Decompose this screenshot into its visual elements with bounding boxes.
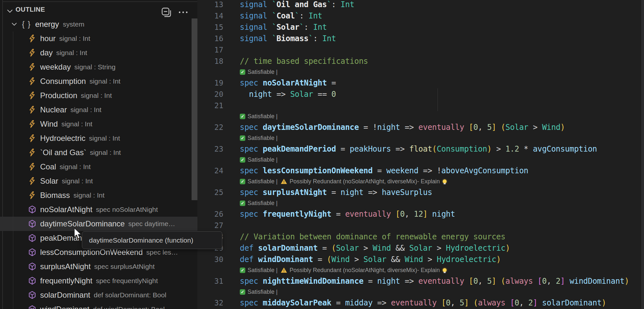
code-line-30[interactable]: 30def windDominant = (Wind > Solar && Wi… bbox=[197, 254, 644, 265]
outline-row-solarDominant[interactable]: solarDominantdef solarDominant: Bool bbox=[0, 288, 197, 302]
event-symbol-icon bbox=[28, 63, 36, 71]
editor-indent-guide bbox=[438, 88, 438, 111]
outline-row-surplusAtNight[interactable]: surplusAtNightspec surplusAtNight bbox=[0, 259, 197, 274]
satisfiable-label: Satisfiable | bbox=[248, 178, 278, 185]
codelens-row[interactable]: ✓Satisfiable |!Possibly Redundant (noSol… bbox=[240, 176, 644, 187]
outline-row-label: Solar bbox=[40, 177, 58, 186]
outline-row-label: hour bbox=[40, 34, 56, 43]
code-line-31[interactable]: 31spec nighttimeWindDominance = night =>… bbox=[197, 275, 644, 287]
outline-row-description: signal : Int bbox=[62, 177, 93, 185]
redundant-warning-label[interactable]: Possibly Redundant (noSolarAtNight, dive… bbox=[290, 178, 440, 185]
outline-row-description: system bbox=[63, 20, 84, 28]
code-line-18[interactable]: 18// time based specifications bbox=[197, 55, 644, 67]
codelens-row[interactable]: ✓Satisfiable | bbox=[240, 111, 644, 121]
outline-row-description: def solarDominant: Bool bbox=[94, 291, 166, 299]
outline-row-Production[interactable]: Productionsignal : Int bbox=[0, 88, 197, 103]
tooltip-text: daytimeSolarDominance (function) bbox=[89, 236, 193, 244]
line-number: 16 bbox=[197, 34, 223, 43]
spec-symbol-icon bbox=[28, 305, 36, 309]
spec-symbol-icon bbox=[28, 205, 36, 214]
collapse-all-icon[interactable] bbox=[161, 7, 172, 17]
outline-row-Nuclear[interactable]: Nuclearsignal : Int bbox=[0, 103, 197, 117]
outline-row-description: signal : Int bbox=[71, 106, 102, 114]
code-line-16[interactable]: 16signal `Biomass`: Int bbox=[197, 33, 644, 44]
code-line-28[interactable]: 28// Variation between dominance of rene… bbox=[197, 231, 644, 242]
code-line-15[interactable]: 15signal `Solar`: Int bbox=[197, 21, 644, 33]
codelens-row[interactable]: ✓Satisfiable | bbox=[240, 198, 644, 208]
code-line-20[interactable]: 20 night => Solar == 0 bbox=[197, 88, 644, 100]
outline-row-weekday[interactable]: weekdaysignal : String bbox=[0, 60, 197, 74]
outline-row-Wind[interactable]: Windsignal : Int bbox=[0, 117, 197, 131]
chevron-down-icon[interactable] bbox=[12, 21, 17, 27]
chevron-down-icon[interactable] bbox=[7, 8, 13, 14]
outline-row-description: spec noSolarAtNight bbox=[96, 206, 158, 213]
more-actions-icon[interactable] bbox=[177, 7, 189, 17]
outline-row-label: surplusAtNight bbox=[40, 262, 91, 271]
redundant-warning-label[interactable]: Possibly Redundant (noSolarAtNight, dive… bbox=[290, 267, 440, 274]
code-line-24[interactable]: 24spec lessConsumptionOnWeekend = weeken… bbox=[197, 165, 644, 176]
satisfiable-check-icon: ✓ bbox=[240, 157, 245, 163]
code-line-27[interactable]: 27 bbox=[197, 220, 644, 231]
event-symbol-icon bbox=[28, 106, 36, 114]
codelens-row[interactable]: ✓Satisfiable | bbox=[240, 287, 644, 297]
line-number: 32 bbox=[197, 299, 223, 307]
satisfiable-check-icon: ✓ bbox=[240, 69, 245, 75]
codelens-row[interactable]: ✓Satisfiable | bbox=[240, 133, 644, 143]
tree-indent-guide bbox=[13, 31, 13, 309]
outline-row-daytimeSolarDominance[interactable]: daytimeSolarDominancespec daytime… bbox=[0, 217, 197, 231]
outline-row-Coal[interactable]: Coalsignal : Int bbox=[0, 160, 197, 174]
outline-row-energy[interactable]: { } energy system bbox=[0, 17, 197, 31]
codelens-row[interactable]: ✓Satisfiable | bbox=[240, 154, 644, 165]
line-number: 13 bbox=[197, 0, 223, 9]
event-symbol-icon bbox=[28, 91, 36, 100]
outline-panel: OUTLINE { } energy sy bbox=[0, 0, 197, 309]
outline-row-Biomass[interactable]: Biomasssignal : Int bbox=[0, 188, 197, 202]
outline-tree: { } energy system hoursignal : Intdaysig… bbox=[0, 17, 197, 309]
code-text: // time based specifications bbox=[240, 57, 368, 66]
code-line-29[interactable]: 29def solarDominant = (Solar > Wind && S… bbox=[197, 242, 644, 254]
code-text: def solarDominant = (Solar > Wind && Sol… bbox=[240, 244, 510, 253]
outline-row-hour[interactable]: hoursignal : Int bbox=[0, 31, 197, 46]
outline-row-Solar[interactable]: Solarsignal : Int bbox=[0, 174, 197, 188]
satisfiable-label: Satisfiable | bbox=[248, 69, 278, 75]
outline-row-windDominant[interactable]: windDominantdef windDominant: Bool bbox=[0, 302, 197, 309]
code-text: signal `Biomass`: Int bbox=[240, 34, 336, 43]
editor-scrollbar[interactable] bbox=[641, 0, 644, 309]
code-line-13[interactable]: 13signal `Oil and Gas`: Int bbox=[197, 0, 644, 10]
outline-row-Oil-and-Gas[interactable]: `Oil and Gas`signal : Int bbox=[0, 145, 197, 160]
outline-row-noSolarAtNight[interactable]: noSolarAtNightspec noSolarAtNight bbox=[0, 202, 197, 217]
code-editor[interactable]: 13signal `Oil and Gas`: Int14signal `Coa… bbox=[197, 0, 644, 309]
outline-row-description: signal : Int bbox=[61, 120, 93, 128]
line-number: 27 bbox=[197, 221, 223, 230]
code-line-25[interactable]: 25spec surplusAtNight = night => haveSur… bbox=[197, 187, 644, 198]
outline-row-frequentlyNight[interactable]: frequentlyNightspec frequentlyNight bbox=[0, 274, 197, 288]
codelens-row[interactable]: ✓Satisfiable |!Possibly Redundant (noSol… bbox=[240, 265, 644, 275]
code-line-32[interactable]: 32spec middaySolarPeak = midday => event… bbox=[197, 297, 644, 308]
code-line-17[interactable]: 17 bbox=[197, 44, 644, 55]
outline-row-label: Nuclear bbox=[40, 105, 67, 114]
event-symbol-icon bbox=[28, 163, 36, 171]
codelens-row[interactable]: ✓Satisfiable | bbox=[240, 67, 644, 77]
code-line-19[interactable]: 19spec noSolarAtNight = bbox=[197, 77, 644, 88]
outline-row-label: solarDominant bbox=[40, 291, 90, 300]
outline-row-label: `Oil and Gas` bbox=[40, 148, 86, 157]
vscode-window: OUTLINE { } energy sy bbox=[0, 0, 644, 309]
outline-scrollbar-thumb[interactable] bbox=[192, 18, 197, 200]
code-line-23[interactable]: 23spec peakDemandPeriod = peakHours => f… bbox=[197, 143, 644, 154]
code-text: signal `Oil and Gas`: Int bbox=[240, 0, 354, 9]
outline-row-label: frequentlyNight bbox=[40, 276, 92, 285]
code-line-26[interactable]: 26spec frequentlyNight = eventually [0, … bbox=[197, 208, 644, 220]
outline-row-description: spec daytime… bbox=[128, 220, 175, 228]
outline-row-description: def windDominant: Bool bbox=[93, 305, 165, 309]
outline-row-day[interactable]: daysignal : Int bbox=[0, 46, 197, 60]
outline-row-description: signal : Int bbox=[60, 163, 91, 171]
code-line-21[interactable]: 21 bbox=[197, 100, 644, 111]
satisfiable-check-icon: ✓ bbox=[240, 179, 245, 184]
code-line-22[interactable]: 22spec daytimeSolarDominance = !night =>… bbox=[197, 121, 644, 133]
event-symbol-icon bbox=[28, 77, 36, 86]
code-line-14[interactable]: 14signal `Coal`: Int bbox=[197, 10, 644, 21]
outline-row-Hydroelectric[interactable]: Hydroelectricsignal : Int bbox=[0, 131, 197, 145]
outline-row-Consumption[interactable]: Consumptionsignal : Int bbox=[0, 74, 197, 88]
lightbulb-icon bbox=[443, 179, 447, 183]
outline-row-label: Hydroelectric bbox=[40, 134, 85, 143]
